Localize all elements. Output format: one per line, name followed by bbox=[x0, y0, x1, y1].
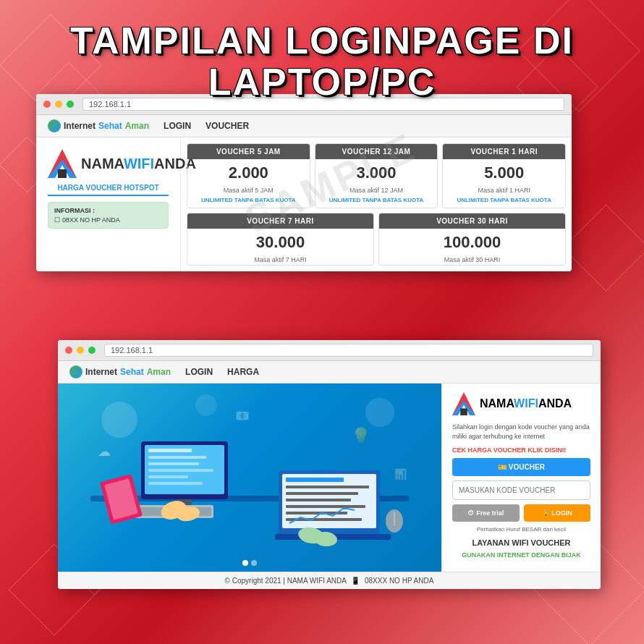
voucher-sidebar: NAMAWIFIANDA HARGA VOUCHER HOTSPOT INFOR… bbox=[36, 137, 181, 271]
voucher-7hari-desc: Masa aktif 7 HARI bbox=[187, 255, 373, 265]
svg-text:📧: 📧 bbox=[235, 409, 250, 423]
nav-harga-bottom[interactable]: HARGA bbox=[227, 367, 259, 377]
voucher-card-30hari: VOUCHER 30 HARI 100.000 Masa aktif 30 HA… bbox=[378, 213, 566, 266]
voucher-1hari-unlimited: UNLIMITED TANPA BATAS KUOTA bbox=[443, 195, 565, 208]
svg-rect-13 bbox=[148, 456, 206, 459]
voucher-7hari-header: VOUCHER 7 HARI bbox=[187, 213, 373, 229]
footer-phone: 08XXX NO HP ANDA bbox=[365, 577, 433, 585]
voucher-5jam-desc: Masa aktif 5 JAM bbox=[187, 185, 310, 195]
voucher-card-5jam: VOUCHER 5 JAM 2.000 Masa aktif 5 JAM UNL… bbox=[187, 143, 310, 208]
footer-phone-icon: 📱 bbox=[351, 577, 360, 585]
voucher-button[interactable]: 🎫 VOUCHER bbox=[452, 458, 590, 476]
svg-rect-29 bbox=[286, 505, 365, 508]
voucher-content-area: NAMAWIFIANDA HARGA VOUCHER HOTSPOT INFOR… bbox=[36, 137, 572, 271]
voucher-12jam-price: 3.000 bbox=[315, 159, 438, 185]
login-wifi-name: NAMAWIFIANDA bbox=[480, 398, 572, 410]
svg-rect-15 bbox=[148, 469, 213, 472]
login-description: Silahkan login dengan kode voucher yang … bbox=[452, 423, 590, 441]
wifi-name-text: NAMAWIFIANDA bbox=[81, 156, 196, 171]
browser-url-bar-2[interactable]: 192.168.1.1 bbox=[104, 344, 593, 357]
login-actions: ⏱ Free trial 🔓 LOGIN bbox=[452, 504, 590, 522]
svg-rect-3 bbox=[58, 169, 67, 178]
login-logo-icon bbox=[452, 392, 475, 415]
svg-text:☁: ☁ bbox=[98, 444, 111, 459]
svg-text:💡: 💡 bbox=[351, 426, 371, 446]
browser-maximize-btn-2[interactable] bbox=[88, 347, 96, 354]
svg-text:📊: 📊 bbox=[394, 468, 407, 480]
dot-1[interactable] bbox=[242, 560, 248, 566]
voucher-row-2: VOUCHER 7 HARI 30.000 Masa aktif 7 HARI … bbox=[187, 213, 566, 266]
bottom-nav-bar: InternetSehatAman LOGIN HARGA bbox=[58, 361, 601, 384]
login-button[interactable]: 🔓 LOGIN bbox=[524, 504, 591, 522]
voucher-1hari-header: VOUCHER 1 HARI bbox=[443, 144, 565, 159]
free-trial-button[interactable]: ⏱ Free trial bbox=[452, 504, 520, 522]
voucher-card-7hari: VOUCHER 7 HARI 30.000 Masa aktif 7 HARI bbox=[187, 213, 374, 266]
nav-login-bottom[interactable]: LOGIN bbox=[185, 367, 213, 377]
voucher-card-1hari: VOUCHER 1 HARI 5.000 Masa aktif 1 HARI U… bbox=[442, 143, 566, 208]
login-service-sub: GUNAKAN INTERNET DENGAN BIJAK bbox=[452, 551, 590, 559]
logo-sehat: Sehat bbox=[98, 121, 122, 131]
browser-toolbar-bottom: 192.168.1.1 bbox=[58, 340, 601, 361]
voucher-12jam-desc: Masa aktif 12 JAM bbox=[315, 185, 438, 195]
logo-internet-2: Internet bbox=[85, 367, 117, 377]
voucher-code-input[interactable] bbox=[452, 480, 590, 500]
top-nav-bar: InternetSehatAman LOGIN VOUCHER bbox=[36, 115, 572, 137]
svg-point-6 bbox=[195, 394, 217, 416]
logo-aman: Aman bbox=[125, 121, 149, 131]
footer-copyright: © Copyright 2021 | NAMA WIFI ANDA bbox=[225, 577, 347, 585]
voucher-row-1: VOUCHER 5 JAM 2.000 Masa aktif 5 JAM UNL… bbox=[187, 143, 566, 208]
klik-disini-link[interactable]: KLIK DISINI! bbox=[528, 446, 566, 454]
svg-rect-28 bbox=[286, 499, 351, 501]
voucher-1hari-price: 5.000 bbox=[443, 159, 565, 185]
login-note: Perhatikan Huruf BESAR dan kecil bbox=[452, 526, 590, 533]
logo-globe-icon bbox=[48, 119, 61, 132]
voucher-30hari-desc: Masa aktif 30 HARI bbox=[379, 255, 565, 265]
informasi-title: INFORMASI : bbox=[54, 207, 162, 214]
logo-globe-icon-2 bbox=[69, 365, 82, 378]
harga-voucher-label: HARGA VOUCHER HOTSPOT bbox=[48, 184, 169, 196]
page-title: TAMPILAN LOGINPAGE DI LAPTOP/PC bbox=[0, 20, 644, 103]
voucher-1hari-desc: Masa aktif 1 HARI bbox=[443, 185, 565, 195]
top-browser-window: 192.168.1.1 InternetSehatAman LOGIN VOUC… bbox=[36, 94, 572, 271]
svg-point-4 bbox=[101, 402, 137, 438]
login-footer: © Copyright 2021 | NAMA WIFI ANDA 📱 08XX… bbox=[58, 572, 601, 589]
svg-rect-45 bbox=[460, 408, 467, 415]
voucher-7hari-price: 30.000 bbox=[187, 229, 373, 255]
voucher-5jam-header: VOUCHER 5 JAM bbox=[187, 144, 310, 159]
browser-minimize-btn-2[interactable] bbox=[77, 347, 84, 354]
voucher-30hari-price: 100.000 bbox=[379, 229, 565, 255]
login-cek-harga: CEK HARGA VOUCHER KLIK DISINI! bbox=[452, 446, 590, 454]
logo-sehat-2: Sehat bbox=[120, 367, 144, 377]
svg-rect-27 bbox=[286, 492, 358, 495]
svg-rect-25 bbox=[286, 478, 344, 482]
svg-rect-12 bbox=[148, 449, 192, 452]
login-wifi-logo: NAMAWIFIANDA bbox=[452, 392, 590, 415]
informasi-box: INFORMASI : ☐ 08XX NO HP ANDA bbox=[48, 202, 169, 229]
dot-2[interactable] bbox=[251, 560, 257, 566]
nav-login-top[interactable]: LOGIN bbox=[164, 121, 191, 131]
informasi-phone: ☐ 08XX NO HP ANDA bbox=[54, 216, 162, 224]
nav-voucher-top[interactable]: VOUCHER bbox=[206, 121, 249, 131]
voucher-12jam-unlimited: UNLIMITED TANPA BATAS KUOTA bbox=[315, 195, 438, 208]
voucher-30hari-header: VOUCHER 30 HARI bbox=[379, 213, 565, 229]
svg-rect-26 bbox=[286, 486, 369, 488]
voucher-grid-wrapper: VOUCHER 5 JAM 2.000 Masa aktif 5 JAM UNL… bbox=[181, 137, 572, 271]
wifi-logo-icon bbox=[48, 149, 77, 178]
login-service-title: LAYANAN WIFI VOUCHER bbox=[452, 538, 590, 547]
login-content-area: ☁ 💡 📧 📊 bbox=[58, 384, 601, 572]
login-panel: NAMAWIFIANDA Silahkan login dengan kode … bbox=[441, 384, 601, 572]
browser-close-btn-2[interactable] bbox=[65, 347, 72, 354]
bottom-logo: InternetSehatAman bbox=[69, 365, 171, 378]
banner-illustration: ☁ 💡 📧 📊 bbox=[58, 384, 441, 572]
svg-rect-17 bbox=[148, 482, 203, 485]
wifi-logo-box: NAMAWIFIANDA bbox=[48, 149, 169, 178]
svg-rect-14 bbox=[148, 462, 199, 465]
svg-point-5 bbox=[365, 398, 394, 427]
logo-aman-2: Aman bbox=[147, 367, 171, 377]
logo-internet: Internet bbox=[64, 121, 96, 131]
slider-dots bbox=[242, 560, 257, 566]
svg-rect-16 bbox=[148, 475, 188, 478]
bottom-browser-window: 192.168.1.1 InternetSehatAman LOGIN HARG… bbox=[58, 340, 601, 589]
voucher-5jam-unlimited: UNLIMITED TANPA BATAS KUOTA bbox=[187, 195, 310, 208]
top-logo: InternetSehatAman bbox=[48, 119, 149, 132]
